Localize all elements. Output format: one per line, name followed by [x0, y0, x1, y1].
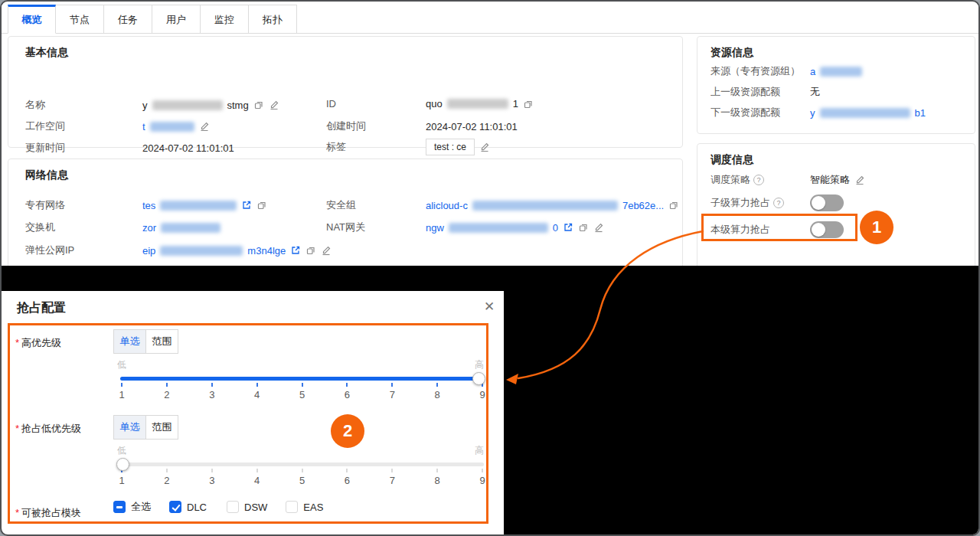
network-info-card: 网络信息 专有网络 tes 安全组 alicloud-c7eb62e... 交换…	[8, 159, 683, 273]
child-quota-link[interactable]: yb1	[810, 107, 926, 119]
redacted-text	[472, 201, 618, 211]
slider-low-label: 低	[117, 444, 126, 457]
parent-quota-value: 无	[810, 85, 820, 99]
slider-ticks	[121, 469, 483, 472]
external-link-icon[interactable]	[563, 222, 573, 233]
edit-icon[interactable]	[479, 142, 490, 152]
tab-tasks[interactable]: 任务	[104, 5, 152, 34]
tab-monitor[interactable]: 监控	[201, 5, 249, 34]
slider-ticks	[121, 383, 483, 387]
copy-icon[interactable]	[668, 200, 679, 211]
tab-overview[interactable]: 概览	[8, 5, 56, 34]
mode-range-button[interactable]: 范围	[145, 329, 178, 354]
help-icon[interactable]: ?	[773, 198, 784, 208]
slider-handle[interactable]	[472, 372, 485, 385]
tab-users[interactable]: 用户	[152, 5, 201, 34]
slider-high-label: 高	[475, 358, 484, 371]
slider-low-label: 低	[117, 358, 126, 371]
preempt-low-slider[interactable]: 123456789	[120, 458, 484, 481]
tab-topology[interactable]: 拓扑	[249, 5, 297, 34]
created-label: 创建时间	[326, 119, 426, 133]
parent-quota-label: 上一级资源配额	[710, 85, 810, 99]
source-label: 来源（专有资源组）	[710, 64, 810, 78]
tag-chip: test : ce	[426, 139, 475, 155]
preempt-low-label: *抢占低优先级	[15, 422, 81, 436]
redacted-text	[160, 201, 237, 211]
slider-marks: 123456789	[117, 389, 487, 400]
required-mark: *	[15, 507, 19, 518]
nat-link[interactable]: ngw0	[426, 222, 558, 234]
tab-nodes[interactable]: 节点	[56, 5, 104, 34]
mode-single-button[interactable]: 单选	[113, 329, 146, 354]
close-icon[interactable]: ✕	[484, 299, 495, 315]
tab-bar: 概览 节点 任务 用户 监控 拓扑	[2, 5, 978, 34]
copy-icon[interactable]	[253, 100, 264, 110]
slider-track[interactable]	[120, 462, 484, 466]
workspace-link[interactable]: t	[142, 121, 194, 132]
mode-single-button[interactable]: 单选	[113, 415, 146, 440]
mode-range-button[interactable]: 范围	[145, 415, 178, 440]
source-link[interactable]: a	[810, 66, 862, 77]
external-link-icon[interactable]	[241, 200, 252, 211]
basic-info-title: 基本信息	[25, 46, 68, 60]
id-label: ID	[326, 98, 426, 109]
modules-label: *可被抢占模块	[15, 506, 81, 520]
created-value: 2024-07-02 11:01:01	[426, 121, 518, 132]
tag-label: 标签	[326, 140, 426, 154]
schedule-info-card: 调度信息 调度策略 ? 智能策略 子级算力抢占 ? 本级算力抢占	[697, 143, 975, 270]
edit-icon[interactable]	[199, 121, 210, 132]
modal-title: 抢占配置	[17, 300, 66, 316]
annotation-step-1: 1	[860, 211, 893, 244]
eip-link[interactable]: eipm3n4lge	[142, 245, 286, 257]
policy-value: 智能策略	[810, 173, 850, 187]
redacted-text	[160, 246, 243, 256]
checkbox-label: EAS	[303, 502, 323, 513]
checkbox-label: DLC	[187, 502, 207, 513]
sg-label: 安全组	[326, 198, 426, 212]
basic-info-card: 基本信息 名称 ystmg ID quo1 工作空间 t 创建时间	[8, 36, 683, 148]
network-info-title: 网络信息	[25, 168, 68, 182]
sub-preempt-toggle[interactable]	[810, 194, 844, 211]
schedule-info-title: 调度信息	[710, 153, 753, 167]
copy-icon[interactable]	[523, 99, 534, 109]
edit-icon[interactable]	[854, 175, 865, 185]
preempt-low-mode-switch: 单选 范围	[113, 415, 178, 440]
high-priority-slider[interactable]: 123456789	[120, 372, 484, 395]
redacted-text	[820, 67, 862, 77]
resource-info-card: 资源信息 来源（专有资源组） a 上一级资源配额 无 下一级资源配额 yb1	[697, 36, 975, 134]
vpc-link[interactable]: tes	[142, 200, 237, 211]
sg-link[interactable]: alicloud-c7eb62e...	[426, 200, 664, 211]
edit-icon[interactable]	[321, 245, 332, 256]
name-label: 名称	[25, 98, 142, 112]
checkbox-label: 全选	[131, 500, 151, 514]
sub-preempt-label: 子级算力抢占	[710, 196, 770, 210]
copy-icon[interactable]	[578, 222, 589, 233]
checkbox-dlc[interactable]	[169, 501, 181, 513]
copy-icon[interactable]	[256, 200, 267, 211]
copy-icon[interactable]	[305, 245, 316, 256]
edit-icon[interactable]	[269, 100, 279, 110]
redacted-text	[447, 99, 508, 109]
high-priority-mode-switch: 单选 范围	[113, 329, 178, 354]
checkbox-eas[interactable]	[286, 501, 298, 513]
preemption-config-modal: 抢占配置 ✕ *高优先级 单选 范围 低 高 123456789 *抢占低优先级	[2, 291, 504, 536]
console-page: 概览 节点 任务 用户 监控 拓扑 基本信息 名称 ystmg ID quo1 …	[0, 0, 980, 536]
help-icon[interactable]: ?	[753, 175, 764, 185]
external-link-icon[interactable]	[290, 245, 301, 256]
modules-checkbox-group: 全选 DLC DSW EAS	[113, 500, 323, 514]
high-priority-label: *高优先级	[15, 336, 61, 350]
edit-icon[interactable]	[593, 222, 604, 233]
vpc-label: 专有网络	[25, 198, 142, 212]
checkbox-label: DSW	[244, 502, 267, 513]
annotation-highlight-box-1	[701, 214, 858, 241]
policy-label: 调度策略	[710, 173, 750, 187]
redacted-text	[449, 223, 548, 233]
workspace-label: 工作空间	[25, 119, 142, 133]
checkbox-dsw[interactable]	[227, 501, 239, 513]
redacted-text	[820, 108, 910, 118]
redacted-text	[152, 100, 223, 110]
checkbox-select-all[interactable]	[113, 501, 126, 513]
id-value: quo1	[426, 98, 534, 109]
slider-handle[interactable]	[116, 458, 129, 471]
vswitch-link[interactable]: zor	[142, 222, 220, 234]
